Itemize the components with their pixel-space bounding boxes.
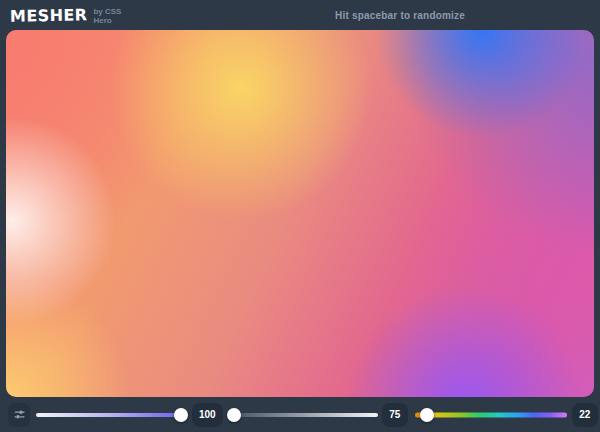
- settings-button[interactable]: [8, 403, 30, 427]
- slider-track[interactable]: [230, 413, 378, 417]
- slider-thumb[interactable]: [420, 408, 434, 422]
- slider-track[interactable]: [415, 412, 567, 417]
- gradient-canvas[interactable]: [6, 30, 594, 397]
- byline-line1: by CSS: [93, 7, 121, 16]
- slider-spacing-value: 100: [192, 403, 223, 427]
- slider-hue-value: 22: [572, 403, 598, 427]
- byline-line2: Hero: [93, 16, 121, 25]
- slider-thumb[interactable]: [227, 408, 241, 422]
- slider-lightness[interactable]: [230, 403, 378, 427]
- slider-track[interactable]: [36, 413, 184, 417]
- controls-bar: 100 75 22: [0, 397, 600, 432]
- sliders-icon: [13, 408, 26, 421]
- app-logo-text: MESHER: [10, 5, 88, 25]
- logo-byline: by CSS Hero: [93, 7, 121, 25]
- slider-spacing[interactable]: [36, 403, 184, 427]
- randomize-hint: Hit spacebar to randomize: [335, 10, 465, 21]
- slider-hue[interactable]: [415, 403, 567, 427]
- slider-thumb[interactable]: [174, 408, 188, 422]
- slider-lightness-value: 75: [382, 403, 408, 427]
- app-logo[interactable]: MESHER by CSS Hero: [10, 6, 121, 25]
- header: MESHER by CSS Hero Hit spacebar to rando…: [0, 0, 600, 30]
